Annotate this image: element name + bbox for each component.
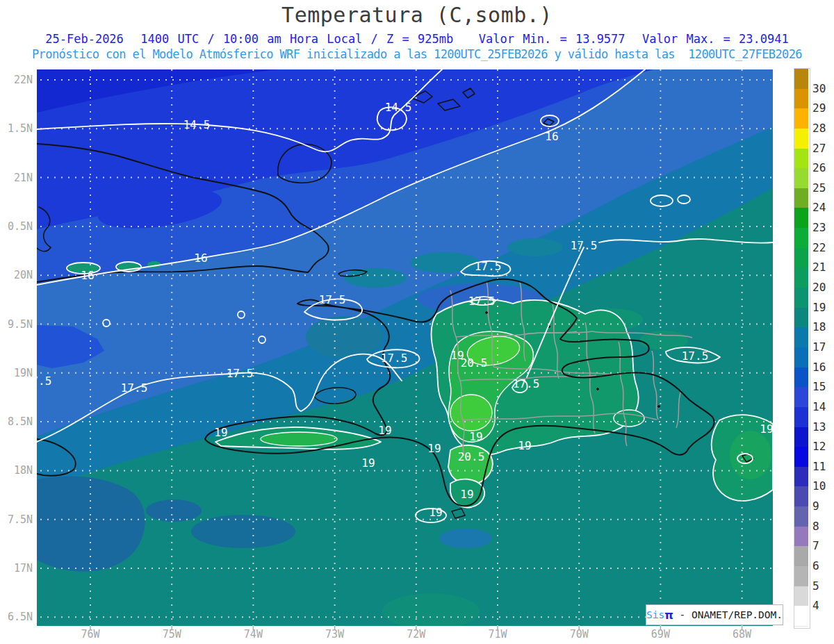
colorbar-segment xyxy=(794,427,808,448)
contour-label: 19 xyxy=(469,430,482,443)
colorbar-tick-label: 21 xyxy=(812,261,834,274)
contour-label: 19 xyxy=(214,426,227,439)
colorbar-tick-label: 26 xyxy=(812,161,834,174)
lat-tick-label: 22N xyxy=(0,74,33,86)
colorbar-segment xyxy=(794,447,808,468)
contour-label: 17.5 xyxy=(682,349,709,363)
contour-label: 19 xyxy=(378,424,391,437)
colorbar-segment xyxy=(794,89,808,110)
contour-label: 16 xyxy=(194,251,207,265)
colorbar-tick-label: 28 xyxy=(812,122,834,135)
temperature-shading xyxy=(37,69,773,629)
contour-label: 14.5 xyxy=(183,118,211,131)
contour-label: 17.5 xyxy=(227,367,254,380)
colorbar-segment xyxy=(794,267,808,288)
colorbar-segment xyxy=(794,368,808,388)
lat-tick-label: 20N xyxy=(0,269,33,281)
lat-tick-label: 7.5N xyxy=(0,513,33,526)
colorbar-segment xyxy=(794,586,808,607)
colorbar-segment xyxy=(794,506,808,527)
colorbar-segment xyxy=(794,407,808,428)
colorbar-tick-label: 9 xyxy=(812,499,834,513)
colorbar-tick-label: 7 xyxy=(812,539,834,552)
lat-tick-label: 6.5N xyxy=(0,611,33,623)
lon-tick-label: 71W xyxy=(473,628,522,641)
contour-label: 19 xyxy=(429,506,442,519)
lon-tick-label: 69W xyxy=(636,628,685,641)
colorbar-segment xyxy=(794,188,808,209)
lon-tick-label: 72W xyxy=(392,628,441,641)
colorbar-segment xyxy=(794,546,808,567)
colorbar-segment xyxy=(794,108,808,129)
colorbar-segment xyxy=(794,69,808,90)
colorbar-segment xyxy=(794,566,808,587)
lat-tick-label: 0.5N xyxy=(0,220,33,233)
lon-tick-label: 74W xyxy=(229,628,277,641)
contour-label: 16 xyxy=(81,269,94,282)
lon-tick-label: 68W xyxy=(718,628,767,641)
contour-label: 17.5 xyxy=(513,377,540,390)
lon-tick-label: 73W xyxy=(311,628,359,641)
source-badge: Sisπ - ONAMET/REP.DOM. xyxy=(646,604,783,625)
colorbar-tick-label: 19 xyxy=(812,301,834,314)
colorbar-segment xyxy=(794,208,808,229)
contour-label: 19 xyxy=(460,488,473,501)
colorbar-tick-label: 25 xyxy=(812,181,834,195)
colorbar-tick-label: 29 xyxy=(812,101,834,115)
contour-label: 19 xyxy=(361,456,375,470)
colorbar-tick-label: 16 xyxy=(812,361,834,374)
contour-label: 19 xyxy=(427,442,441,455)
colorbar-tick-label: 10 xyxy=(812,479,834,493)
colorbar-tick-label: 18 xyxy=(812,320,834,333)
colorbar-segment xyxy=(794,228,808,249)
lon-tick-label: 70W xyxy=(555,628,603,641)
colorbar-segment xyxy=(794,129,808,149)
contour-label: 20.5 xyxy=(458,450,485,463)
lon-tick-label: 75W xyxy=(147,628,196,641)
lat-tick-label: 8.5N xyxy=(0,415,33,428)
badge-org-label: ONAMET/REP.DOM. xyxy=(692,609,783,620)
contour-label: 14.5 xyxy=(385,101,412,114)
colorbar-tick-label: 27 xyxy=(812,142,834,155)
weather-chart-window: Temperatura (C,somb.) 25-Feb-2026 1400 U… xyxy=(0,0,834,644)
colorbar-segment xyxy=(794,467,808,488)
colorbar-tick-label: 17 xyxy=(812,340,834,354)
colorbar-tick-label: 14 xyxy=(812,400,834,413)
lat-tick-label: 9.5N xyxy=(0,318,33,331)
colorbar-tick-label: 5 xyxy=(812,579,834,593)
contour-label: 17.5 xyxy=(381,352,408,365)
colorbar-segment xyxy=(794,149,808,170)
colorbar-segment xyxy=(794,288,808,308)
pi-icon: π xyxy=(664,609,673,622)
colorbar-tick-label: 13 xyxy=(812,420,834,434)
colorbar-tick-label: 30 xyxy=(812,82,834,95)
colorbar-segment xyxy=(794,308,808,329)
lat-tick-label: 17N xyxy=(0,562,33,575)
contour-label: 20.5 xyxy=(461,356,488,370)
badge-sis-label: Sis xyxy=(646,609,664,620)
colorbar-tick-label: 6 xyxy=(812,559,834,572)
colorbar-segment xyxy=(794,248,808,269)
colorbar-tick-label: 15 xyxy=(812,380,834,393)
lon-tick-label: 76W xyxy=(66,628,115,641)
lat-tick-label: 19N xyxy=(0,367,33,379)
contour-label: 17.5 xyxy=(319,293,346,306)
colorbar-tick-label: 12 xyxy=(812,440,834,453)
colorbar-tick-label: 4 xyxy=(812,599,834,612)
colorbar-tick-label: 22 xyxy=(812,241,834,254)
colorbar-tick-label: 23 xyxy=(812,221,834,234)
lat-tick-label: 1.5N xyxy=(0,122,33,135)
colorbar-segment xyxy=(794,527,808,547)
contour-label: 17.5 xyxy=(571,239,598,252)
colorbar-tick-label: 11 xyxy=(812,460,834,473)
map-canvas: 14.514.516161617.517.517.517.517.517.517… xyxy=(0,0,834,644)
contour-label: 17.5 xyxy=(475,260,502,273)
colorbar-segment xyxy=(794,168,808,189)
contour-label: 17.5 xyxy=(468,295,496,308)
colorbar-segment xyxy=(794,327,808,348)
colorbar-tick-label: 20 xyxy=(812,281,834,294)
contour-label: 17.5 xyxy=(121,381,148,395)
lat-tick-label: 21N xyxy=(0,172,33,184)
contour-label: 16 xyxy=(545,130,558,143)
lat-tick-label: 18N xyxy=(0,464,33,477)
